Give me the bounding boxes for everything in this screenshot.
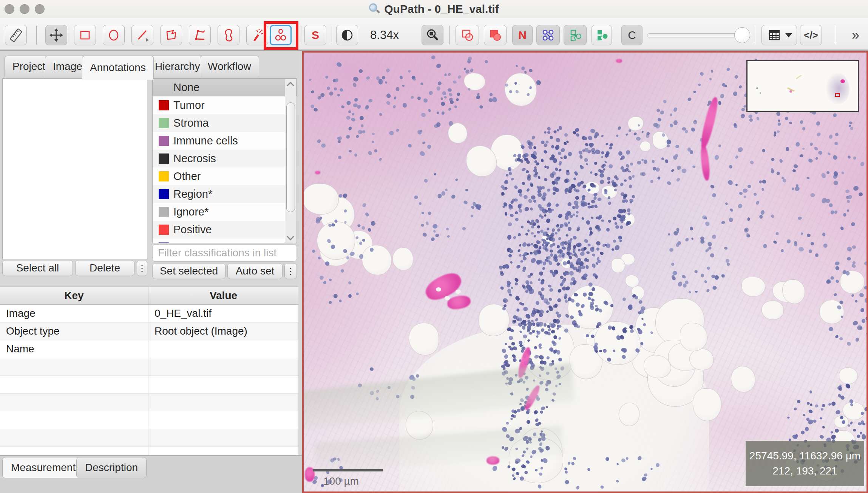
fill-detections-button[interactable] <box>592 25 612 45</box>
scroll-up-icon[interactable] <box>287 82 294 89</box>
nucleus-dot <box>563 155 567 159</box>
rectangle-tool-button[interactable] <box>74 25 96 45</box>
overview-tissue-fragment <box>826 73 849 104</box>
adipocyte-blob <box>640 141 651 152</box>
show-counting-grid-button[interactable]: C <box>621 25 643 45</box>
show-names-button[interactable]: N <box>512 25 533 45</box>
zoom-to-fit-button[interactable] <box>422 25 443 45</box>
annotation-more-button[interactable]: ⋮ <box>137 260 147 276</box>
nucleus-dot <box>701 273 704 277</box>
classification-row[interactable]: Immune cells <box>153 132 297 150</box>
key-cell <box>0 411 148 429</box>
class-color-swatch <box>159 242 169 243</box>
table-row[interactable] <box>0 429 298 447</box>
classification-more-button[interactable]: ⋮ <box>284 263 297 279</box>
points-tool-highlight-box <box>264 21 298 50</box>
value-column-header[interactable]: Value <box>148 287 298 304</box>
classification-row[interactable]: Positive <box>153 221 297 239</box>
brush-tool-button[interactable] <box>218 25 239 45</box>
properties-table: Key Value Image0_HE_val.tifObject typeRo… <box>0 287 298 455</box>
classification-row[interactable]: Stroma <box>153 114 297 132</box>
tab-workflow[interactable]: Workflow <box>200 56 259 77</box>
filter-classifications-input[interactable] <box>152 244 297 262</box>
adipocyte-blob <box>392 247 414 270</box>
table-row[interactable] <box>0 411 298 429</box>
toolbar-overflow-button[interactable]: » <box>845 25 866 45</box>
fill-annotations-button[interactable] <box>484 25 507 45</box>
classification-scrollbar[interactable] <box>285 79 296 243</box>
annotation-list[interactable] <box>2 78 147 259</box>
slide-overview-thumbnail[interactable] <box>746 60 859 112</box>
toolbar-separator <box>36 26 37 45</box>
scale-bar-label: 100 µm <box>323 475 359 487</box>
table-row[interactable] <box>0 447 298 455</box>
value-cell <box>148 429 298 446</box>
nucleus-dot <box>809 390 812 394</box>
table-row[interactable]: Name <box>0 340 298 358</box>
ellipse-tool-button[interactable] <box>103 25 125 45</box>
polyline-tool-button[interactable] <box>189 25 211 45</box>
table-row[interactable] <box>0 358 298 376</box>
histology-image[interactable]: 100 µm 25745.99, 11632.96 µm 212, 193, 2… <box>304 53 866 491</box>
classification-row[interactable]: None <box>153 79 297 96</box>
move-tool-button[interactable] <box>45 25 67 45</box>
tab-hierarchy[interactable]: Hierarchy <box>147 56 208 77</box>
classification-row[interactable]: Ignore* <box>153 203 297 221</box>
value-cell <box>148 411 298 429</box>
delete-button[interactable]: Delete <box>75 260 134 276</box>
opacity-slider-thumb[interactable] <box>734 27 750 43</box>
zoom-window-button[interactable] <box>35 4 45 14</box>
nucleus-dot <box>805 426 809 431</box>
nucleus-dot <box>585 259 589 262</box>
classification-list[interactable]: NoneTumorStromaImmune cellsNecrosisOther… <box>152 78 297 243</box>
show-connections-button[interactable] <box>536 25 560 45</box>
show-detections-button[interactable] <box>564 25 587 45</box>
classification-row[interactable]: Negative <box>153 239 297 243</box>
nucleus-dot <box>702 215 707 219</box>
nucleus-dot <box>558 126 562 130</box>
script-editor-button[interactable]: </> <box>800 25 822 45</box>
classification-row[interactable]: Other <box>153 167 297 185</box>
brightness-contrast-button[interactable] <box>336 25 358 45</box>
scroll-down-icon[interactable] <box>287 233 294 240</box>
auto-set-button[interactable]: Auto set <box>227 263 283 279</box>
classification-row[interactable]: Necrosis <box>153 150 297 167</box>
show-annotations-button[interactable] <box>456 25 479 45</box>
table-row[interactable]: Image0_HE_val.tif <box>0 305 298 322</box>
overflow-chevrons: » <box>852 27 859 43</box>
key-column-header[interactable]: Key <box>0 287 148 304</box>
wand-icon <box>250 28 265 43</box>
scrollbar-thumb[interactable] <box>286 102 295 212</box>
minimize-window-button[interactable] <box>20 4 29 14</box>
line-tool-button[interactable] <box>131 25 153 45</box>
measure-tool-button[interactable] <box>5 25 27 45</box>
window-title: QuPath - 0_HE_val.tif <box>384 3 499 16</box>
value-cell <box>148 447 298 455</box>
vessel-lumen <box>445 296 450 300</box>
polygon-tool-button[interactable] <box>160 25 182 45</box>
nucleus-dot <box>777 172 780 175</box>
classification-row[interactable]: Tumor <box>153 96 297 114</box>
rectangle-icon <box>77 28 93 43</box>
select-all-button[interactable]: Select all <box>2 260 73 276</box>
measurement-tables-button[interactable] <box>761 25 797 45</box>
table-row[interactable]: Object typeRoot object (Image) <box>0 322 298 340</box>
nucleus-dot <box>513 320 516 323</box>
selection-mode-button[interactable]: S <box>304 25 326 45</box>
toolbar-separator <box>449 26 450 45</box>
value-cell <box>148 340 298 358</box>
table-row[interactable] <box>0 376 298 394</box>
nucleus-dot <box>795 142 800 147</box>
cursor-location-um: 25745.99, 11632.96 µm <box>749 450 860 462</box>
table-row[interactable] <box>0 394 298 411</box>
nucleus-dot <box>607 177 610 181</box>
set-selected-button[interactable]: Set selected <box>152 263 225 279</box>
tab-annotations[interactable]: Annotations <box>82 56 154 79</box>
close-window-button[interactable] <box>5 4 14 14</box>
bottom-tab-description[interactable]: Description <box>76 457 147 478</box>
slide-viewer[interactable]: 100 µm 25745.99, 11632.96 µm 212, 193, 2… <box>302 51 868 493</box>
nucleus-dot <box>556 245 559 248</box>
adipocyte-blob <box>505 73 537 107</box>
classification-row[interactable]: Region* <box>153 185 297 203</box>
nucleus-dot <box>689 150 693 154</box>
